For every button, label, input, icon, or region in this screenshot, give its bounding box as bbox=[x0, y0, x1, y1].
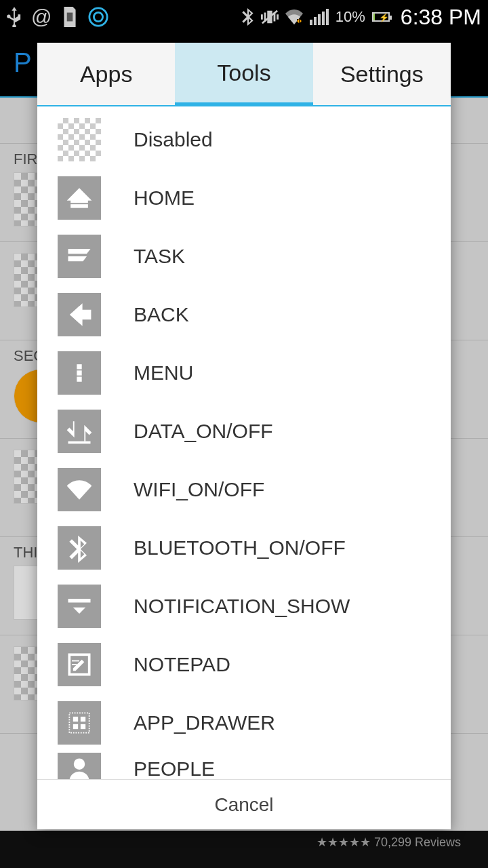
tool-item-people[interactable]: PEOPLE bbox=[37, 752, 451, 779]
tool-list[interactable]: Disabled HOME TASK BACK MENU bbox=[37, 106, 451, 779]
ad-banner: ★★★★★ 70,299 Reviews bbox=[0, 831, 488, 868]
bluetooth-status-icon bbox=[242, 8, 254, 26]
status-time: 6:38 PM bbox=[401, 5, 481, 30]
tool-label: NOTIFICATION_SHOW bbox=[134, 595, 350, 618]
tool-label: BLUETOOTH_ON/OFF bbox=[134, 536, 346, 559]
tool-label: Disabled bbox=[134, 128, 213, 151]
back-icon bbox=[58, 293, 101, 336]
wifi-icon bbox=[58, 468, 101, 511]
svg-rect-7 bbox=[77, 364, 81, 369]
svg-rect-16 bbox=[73, 717, 78, 722]
svg-rect-8 bbox=[77, 370, 81, 375]
dialog-tabs: Apps Tools Settings bbox=[37, 43, 451, 106]
tool-item-menu[interactable]: MENU bbox=[37, 344, 451, 402]
tab-tools[interactable]: Tools bbox=[175, 43, 312, 106]
tool-item-notification[interactable]: NOTIFICATION_SHOW bbox=[37, 577, 451, 635]
data-icon bbox=[58, 410, 101, 453]
vibrate-icon bbox=[261, 9, 279, 25]
svg-rect-19 bbox=[81, 724, 85, 729]
tool-label: PEOPLE bbox=[134, 757, 215, 779]
cancel-button[interactable]: Cancel bbox=[37, 779, 451, 829]
tool-label: APP_DRAWER bbox=[134, 711, 275, 734]
status-right: 10% ⚡ 6:38 PM bbox=[242, 5, 481, 30]
tool-label: TASK bbox=[134, 245, 185, 268]
appdrawer-icon bbox=[58, 701, 101, 745]
svg-point-2 bbox=[94, 12, 103, 21]
tool-item-notepad[interactable]: NOTEPAD bbox=[37, 635, 451, 694]
people-icon bbox=[58, 753, 101, 779]
notepad-icon bbox=[58, 643, 101, 686]
tool-item-bluetooth[interactable]: BLUETOOTH_ON/OFF bbox=[37, 519, 451, 577]
svg-rect-5 bbox=[70, 204, 88, 208]
tab-settings[interactable]: Settings bbox=[313, 43, 451, 105]
at-icon: @ bbox=[31, 5, 52, 28]
tab-apps[interactable]: Apps bbox=[37, 43, 175, 105]
sync-icon bbox=[88, 7, 108, 27]
svg-rect-9 bbox=[77, 377, 81, 382]
battery-percent: 10% bbox=[336, 8, 365, 26]
status-left: @ bbox=[7, 5, 108, 28]
menu-icon bbox=[58, 351, 101, 395]
status-bar: @ 10% ⚡ 6:38 PM bbox=[0, 0, 488, 34]
task-icon bbox=[58, 235, 101, 278]
svg-rect-15 bbox=[69, 713, 89, 732]
tool-label: BACK bbox=[134, 303, 189, 326]
home-icon bbox=[58, 176, 101, 220]
svg-rect-10 bbox=[68, 441, 91, 444]
tool-item-wifi[interactable]: WIFI_ON/OFF bbox=[37, 460, 451, 519]
notification-icon bbox=[58, 585, 101, 628]
svg-rect-0 bbox=[67, 13, 73, 22]
tool-item-home[interactable]: HOME bbox=[37, 169, 451, 227]
battery-icon: ⚡ bbox=[372, 12, 390, 22]
tool-item-back[interactable]: BACK bbox=[37, 285, 451, 344]
tool-item-appdrawer[interactable]: APP_DRAWER bbox=[37, 694, 451, 752]
tool-item-task[interactable]: TASK bbox=[37, 227, 451, 285]
svg-rect-6 bbox=[76, 313, 89, 317]
tool-item-data[interactable]: DATA_ON/OFF bbox=[37, 402, 451, 460]
disabled-icon bbox=[58, 118, 101, 161]
svg-rect-17 bbox=[81, 717, 85, 722]
signal-icon bbox=[310, 9, 329, 25]
tool-label: DATA_ON/OFF bbox=[134, 420, 273, 443]
svg-point-1 bbox=[89, 8, 107, 26]
wifi-status-icon bbox=[285, 9, 303, 24]
usb-icon bbox=[7, 7, 22, 27]
svg-rect-11 bbox=[68, 599, 91, 603]
selection-dialog: Apps Tools Settings Disabled HOME TASK B… bbox=[37, 43, 451, 829]
tool-label: NOTEPAD bbox=[134, 653, 230, 676]
bluetooth-icon bbox=[58, 526, 101, 570]
tool-label: WIFI_ON/OFF bbox=[134, 478, 264, 501]
svg-rect-18 bbox=[73, 724, 78, 729]
tool-label: HOME bbox=[134, 186, 195, 210]
sim-icon bbox=[61, 7, 79, 27]
svg-point-20 bbox=[74, 758, 85, 770]
tool-label: MENU bbox=[134, 361, 193, 384]
tool-item-disabled[interactable]: Disabled bbox=[37, 111, 451, 169]
